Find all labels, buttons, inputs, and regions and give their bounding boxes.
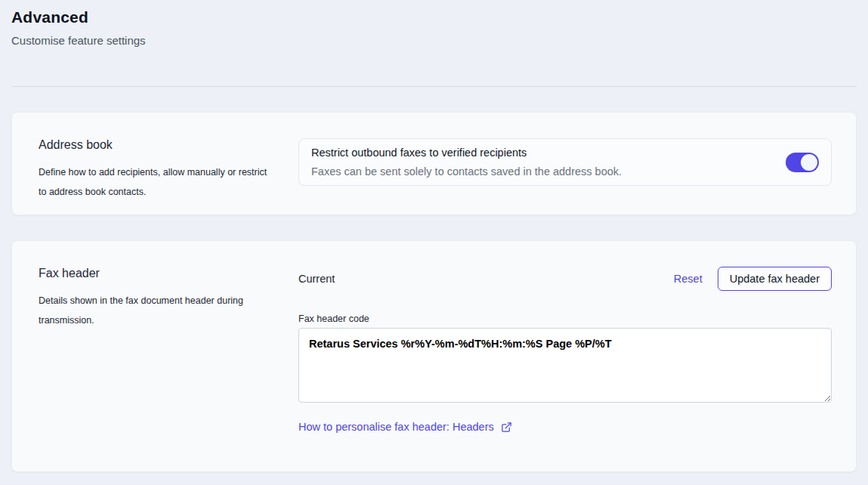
header-divider	[11, 86, 857, 87]
page-title: Advanced	[11, 8, 857, 27]
address-book-card: Address book Define how to add recipient…	[11, 112, 857, 215]
help-row: How to personalise fax header: Headers	[298, 421, 832, 433]
fax-header-code-label: Fax header code	[298, 314, 832, 324]
fax-header-help-link[interactable]: How to personalise fax header: Headers	[298, 421, 512, 433]
address-book-info: Address book Define how to add recipient…	[39, 138, 298, 202]
reset-link[interactable]: Reset	[674, 273, 703, 285]
fax-header-info: Fax header Details shown in the fax docu…	[39, 267, 298, 330]
restrict-outbound-label: Restrict outbound faxes to verified reci…	[311, 144, 622, 162]
fax-header-card: Fax header Details shown in the fax docu…	[11, 240, 857, 472]
external-link-icon	[501, 422, 512, 433]
fax-header-title: Fax header	[39, 267, 280, 280]
current-label: Current	[298, 273, 335, 285]
toggle-knob	[801, 154, 817, 171]
restrict-outbound-toggle[interactable]	[786, 153, 819, 172]
fax-header-description: Details shown in the fax document header…	[39, 291, 276, 330]
address-book-settings: Restrict outbound faxes to verified reci…	[298, 138, 832, 186]
fax-header-code-input[interactable]: Retarus Services %r%Y-%m-%dT%H:%m:%S Pag…	[298, 328, 832, 403]
update-fax-header-button[interactable]: Update fax header	[718, 267, 832, 291]
restrict-outbound-texts: Restrict outbound faxes to verified reci…	[311, 144, 622, 181]
address-book-description: Define how to add recipients, allow manu…	[39, 162, 276, 202]
help-link-label: How to personalise fax header: Headers	[298, 421, 494, 433]
restrict-outbound-description: Faxes can be sent solely to contacts sav…	[311, 162, 622, 181]
fax-header-settings: Current Reset Update fax header Fax head…	[298, 267, 832, 433]
address-book-title: Address book	[39, 138, 280, 152]
advanced-settings-page: Advanced Customise feature settings Addr…	[0, 0, 868, 472]
restrict-outbound-setting: Restrict outbound faxes to verified reci…	[298, 138, 832, 186]
page-subtitle: Customise feature settings	[11, 34, 857, 47]
page-header: Advanced Customise feature settings	[11, 0, 857, 47]
fax-header-toolbar: Current Reset Update fax header	[298, 267, 832, 291]
